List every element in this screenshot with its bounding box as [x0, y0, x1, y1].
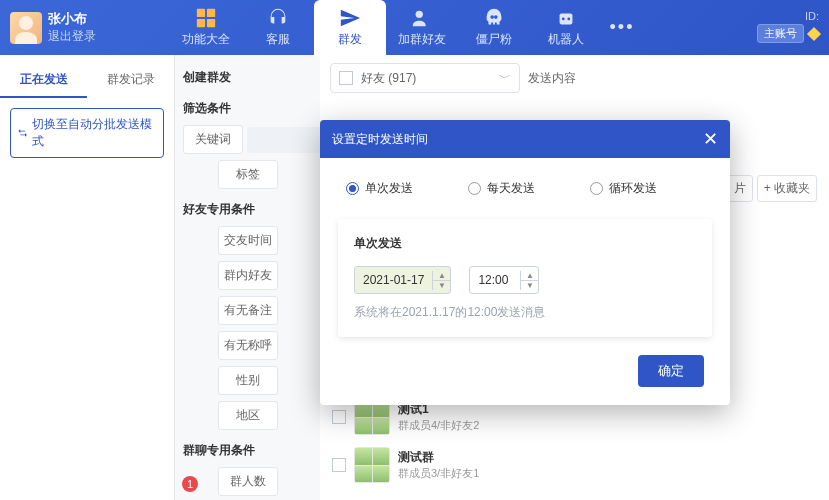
- svg-rect-0: [197, 9, 205, 17]
- list-item[interactable]: 测试群 群成员3/非好友1: [330, 441, 819, 489]
- diamond-icon: [807, 27, 821, 41]
- user-block: 张小布 退出登录: [10, 10, 170, 45]
- radio-daily[interactable]: 每天发送: [468, 180, 535, 197]
- cond-tag[interactable]: 标签: [218, 160, 278, 189]
- svg-rect-5: [560, 13, 573, 24]
- nav-more[interactable]: •••: [602, 0, 642, 55]
- svg-rect-1: [207, 9, 215, 17]
- chip-favorites[interactable]: + 收藏夹: [757, 175, 817, 202]
- switch-mode-button[interactable]: 切换至自动分批发送模式: [10, 108, 164, 158]
- svg-point-4: [416, 11, 423, 18]
- create-broadcast-title: 创建群发: [183, 63, 312, 94]
- id-label: ID:: [757, 10, 819, 22]
- time-stepper[interactable]: ▲▼: [520, 271, 538, 290]
- send-tabs: 正在发送 群发记录: [0, 63, 174, 98]
- logout-link[interactable]: 退出登录: [48, 28, 96, 45]
- headset-icon: [267, 7, 289, 29]
- filter-title: 筛选条件: [183, 94, 312, 125]
- robot-icon: [555, 7, 577, 29]
- tab-history[interactable]: 群发记录: [87, 63, 174, 98]
- cond-groupfriend[interactable]: 群内好友: [218, 261, 278, 290]
- cond-gender[interactable]: 性别: [218, 366, 278, 395]
- send-icon: [339, 7, 361, 29]
- svg-point-6: [562, 18, 565, 21]
- date-stepper[interactable]: ▲▼: [432, 271, 450, 290]
- nav-support[interactable]: 客服: [242, 0, 314, 55]
- close-icon[interactable]: ✕: [703, 130, 718, 148]
- svg-rect-3: [207, 19, 215, 27]
- cond-nickname[interactable]: 有无称呼: [218, 331, 278, 360]
- friend-select[interactable]: 好友 (917) ﹀: [330, 63, 520, 93]
- swap-icon: [17, 127, 28, 139]
- main-account-badge: 主账号: [757, 24, 804, 43]
- user-name: 张小布: [48, 10, 96, 28]
- cond-membercount[interactable]: 群人数: [218, 467, 278, 496]
- radio-icon: [346, 182, 359, 195]
- time-field[interactable]: 12:00 ▲▼: [469, 266, 539, 294]
- grid-icon: [195, 7, 217, 29]
- nav-broadcast[interactable]: 群发: [314, 0, 386, 55]
- friend-conditions-title: 好友专用条件: [183, 195, 312, 226]
- avatar[interactable]: [10, 12, 42, 44]
- modal-title: 设置定时发送时间: [332, 131, 428, 148]
- up-icon[interactable]: ▲: [521, 271, 538, 281]
- switch-label: 切换至自动分批发送模式: [32, 116, 157, 150]
- group-name: 测试群: [398, 449, 479, 466]
- nav-label: 僵尸粉: [476, 31, 512, 48]
- cond-region[interactable]: 地区: [218, 401, 278, 430]
- cond-keyword[interactable]: 关键词: [183, 125, 243, 154]
- nav-zombie[interactable]: 僵尸粉: [458, 0, 530, 55]
- group-meta: 群成员4/非好友2: [398, 418, 479, 433]
- top-navbar: 张小布 退出登录 功能大全 客服 群发 加群好友 僵尸粉 机器人 •••: [0, 0, 829, 55]
- once-card: 单次发送 2021-01-17 ▲▼ 12:00 ▲▼ 系统将在2021.1.1…: [338, 219, 712, 337]
- tab-sending[interactable]: 正在发送: [0, 63, 87, 98]
- user-plus-icon: [411, 7, 433, 29]
- down-icon[interactable]: ▼: [433, 281, 450, 290]
- nav-label: 功能大全: [182, 31, 230, 48]
- checkbox-icon[interactable]: [339, 71, 353, 85]
- schedule-modal: 设置定时发送时间 ✕ 单次发送 每天发送 循环发送 单次发送 2021-01-1…: [320, 120, 730, 405]
- nav-all-features[interactable]: 功能大全: [170, 0, 242, 55]
- filter-panel: 创建群发 筛选条件 关键词 标签 好友专用条件 交友时间 群内好友 有无备注 有…: [175, 55, 320, 500]
- down-icon[interactable]: ▼: [521, 281, 538, 290]
- id-box: ID: 主账号: [757, 10, 819, 43]
- group-conditions-title: 群聊专用条件: [183, 436, 312, 467]
- nav-label: 机器人: [548, 31, 584, 48]
- group-avatar: [354, 447, 390, 483]
- up-icon[interactable]: ▲: [433, 271, 450, 281]
- time-value: 12:00: [470, 273, 520, 287]
- ok-button[interactable]: 确定: [638, 355, 704, 387]
- nav-label: 加群好友: [398, 31, 446, 48]
- schedule-hint: 系统将在2021.1.17的12:00发送消息: [354, 304, 696, 321]
- chevron-down-icon: ﹀: [499, 70, 511, 87]
- group-meta: 群成员3/非好友1: [398, 466, 479, 481]
- nav-add-friends[interactable]: 加群好友: [386, 0, 458, 55]
- svg-rect-2: [197, 19, 205, 27]
- badge-count: 1: [182, 476, 198, 492]
- send-content-label: 发送内容: [528, 70, 576, 87]
- radio-once[interactable]: 单次发送: [346, 180, 413, 197]
- left-panel: 正在发送 群发记录 切换至自动分批发送模式: [0, 55, 175, 500]
- date-value: 2021-01-17: [355, 273, 432, 287]
- send-mode-radios: 单次发送 每天发送 循环发送: [346, 176, 704, 215]
- skull-icon: [483, 7, 505, 29]
- modal-header: 设置定时发送时间 ✕: [320, 120, 730, 158]
- svg-point-7: [567, 18, 570, 21]
- nav-label: 群发: [338, 31, 362, 48]
- radio-icon: [468, 182, 481, 195]
- cond-remark[interactable]: 有无备注: [218, 296, 278, 325]
- nav-tabs: 功能大全 客服 群发 加群好友 僵尸粉 机器人 •••: [170, 0, 642, 55]
- card-title: 单次发送: [354, 235, 696, 252]
- chip-card[interactable]: 片: [727, 175, 753, 202]
- cond-friendtime[interactable]: 交友时间: [218, 226, 278, 255]
- radio-icon: [590, 182, 603, 195]
- checkbox-icon[interactable]: [332, 458, 346, 472]
- nav-robot[interactable]: 机器人: [530, 0, 602, 55]
- date-field[interactable]: 2021-01-17 ▲▼: [354, 266, 451, 294]
- friend-select-label: 好友 (917): [361, 70, 416, 87]
- checkbox-icon[interactable]: [332, 410, 346, 424]
- radio-loop[interactable]: 循环发送: [590, 180, 657, 197]
- content-chips: 片 + 收藏夹: [727, 175, 817, 202]
- nav-label: 客服: [266, 31, 290, 48]
